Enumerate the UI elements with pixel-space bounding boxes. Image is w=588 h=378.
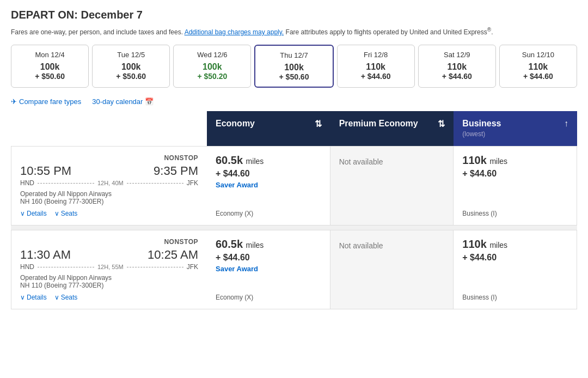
arrive-time: 10:25 AM — [148, 248, 198, 262]
date-cost: + $50.20 — [178, 72, 246, 81]
economy-miles: 60.5k miles — [216, 238, 321, 251]
date-cost: + $44.60 — [423, 72, 491, 81]
duration: 12H, 55M — [97, 264, 124, 270]
destination: JFK — [187, 263, 198, 271]
flight-route: HND 12H, 55M JFK — [20, 263, 198, 271]
nonstop-badge: NONSTOP — [20, 238, 198, 246]
not-available-text: Not available — [339, 157, 383, 166]
economy-miles: 60.5k miles — [216, 154, 321, 167]
depart-date: December 7 — [81, 9, 143, 21]
date-card-4[interactable]: Fri 12/8 110k + $44.60 — [337, 45, 415, 88]
business-fare-cell-1[interactable]: 110k miles + $44.60 Business (I) — [454, 230, 577, 309]
date-card-2[interactable]: Wed 12/6 100k + $50.20 — [173, 45, 251, 88]
date-label: Sat 12/9 — [423, 51, 491, 59]
date-card-6[interactable]: Sun 12/10 110k + $44.60 — [499, 45, 577, 88]
date-label: Sun 12/10 — [504, 51, 572, 59]
bag-charges-link[interactable]: Additional bag charges may apply. — [185, 28, 284, 36]
route-line — [127, 183, 183, 184]
details-link[interactable]: ∨ Details — [20, 294, 47, 301]
flight-links: ∨ Details ∨ Seats — [20, 294, 198, 301]
col-header-business: Business(lowest)↑ — [454, 111, 577, 146]
col-header-economy: Economy⇅ — [207, 111, 330, 146]
flight-route: HND 12H, 40M JFK — [20, 179, 198, 187]
operated-by: Operated by All Nippon Airways — [20, 190, 198, 198]
seats-link[interactable]: ∨ Seats — [54, 294, 78, 301]
date-miles: 100k — [178, 62, 246, 72]
controls-row: ✈ Compare fare types 30-day calendar 📅 — [11, 97, 577, 106]
route-line — [127, 267, 183, 267]
flight-number: NH 110 (Boeing 777-300ER) — [20, 282, 198, 289]
economy-fare-cell-0[interactable]: 60.5k miles + $44.60 Saver Award Economy… — [207, 146, 330, 225]
results-grid: Economy⇅Premium Economy⇅Business(lowest)… — [11, 111, 577, 309]
flight-number: NH 160 (Boeing 777-300ER) — [20, 198, 198, 205]
destination: JFK — [187, 179, 198, 187]
col-header-premium-economy: Premium Economy⇅ — [330, 111, 454, 146]
date-card-5[interactable]: Sat 12/9 110k + $44.60 — [418, 45, 496, 88]
date-card-1[interactable]: Tue 12/5 100k + $50.60 — [92, 45, 170, 88]
seats-link[interactable]: ∨ Seats — [54, 210, 78, 217]
row-separator — [11, 225, 577, 230]
compare-fare-types-link[interactable]: ✈ Compare fare types — [11, 97, 81, 106]
business-cost: + $44.60 — [462, 253, 568, 263]
nonstop-badge: NONSTOP — [20, 154, 198, 162]
business-sort[interactable]: ↑ — [564, 119, 568, 129]
depart-time: 11:30 AM — [20, 248, 71, 262]
premium-economy-fare-cell-1: Not available — [330, 230, 454, 309]
business-cost: + $44.60 — [462, 169, 568, 179]
calendar-icon: 📅 — [145, 97, 154, 106]
duration: 12H, 40M — [97, 180, 124, 186]
not-available-text: Not available — [339, 241, 383, 250]
economy-cost: + $44.60 — [216, 169, 321, 179]
calendar-link[interactable]: 30-day calendar 📅 — [92, 97, 154, 106]
chevron-down-icon: ∨ — [54, 210, 59, 217]
date-cost: + $50.60 — [97, 72, 165, 81]
origin: HND — [20, 263, 34, 271]
date-card-3[interactable]: Thu 12/7 100k + $50.60 — [254, 45, 333, 88]
date-cost: + $44.60 — [504, 72, 572, 81]
date-card-0[interactable]: Mon 12/4 100k + $50.60 — [11, 45, 89, 88]
route-line — [38, 267, 94, 267]
details-link[interactable]: ∨ Details — [20, 210, 47, 217]
fare-notice-text: Fares are one-way, per person, and inclu… — [11, 28, 183, 36]
economy-fare-cell-1[interactable]: 60.5k miles + $44.60 Saver Award Economy… — [207, 230, 330, 309]
economy-fare-class: Economy (X) — [216, 205, 321, 217]
date-label: Fri 12/8 — [342, 51, 410, 59]
compare-icon: ✈ — [11, 97, 17, 106]
business-miles: 110k miles — [462, 154, 568, 167]
business-fare-class: Business (I) — [462, 289, 568, 301]
premium-economy-label: Premium Economy — [339, 119, 418, 129]
saver-award: Saver Award — [216, 265, 321, 273]
business-fare-class: Business (I) — [462, 205, 568, 217]
business-fare-cell-0[interactable]: 110k miles + $44.60 Business (I) — [454, 146, 577, 225]
chevron-down-icon: ∨ — [20, 210, 25, 217]
date-miles: 110k — [423, 62, 491, 72]
flight-links: ∨ Details ∨ Seats — [20, 210, 198, 217]
flight-info-1: NONSTOP 11:30 AM 10:25 AM HND 12H, 55M J… — [11, 230, 207, 309]
business-label: Business — [462, 119, 501, 128]
economy-cost: + $44.60 — [216, 253, 321, 263]
date-miles: 110k — [342, 62, 410, 72]
date-miles: 100k — [260, 63, 328, 72]
business-sub: (lowest) — [462, 130, 485, 138]
economy-label: Economy — [216, 119, 255, 129]
date-selector: Mon 12/4 100k + $50.60 Tue 12/5 100k + $… — [11, 45, 577, 88]
arrive-time: 9:35 PM — [154, 164, 198, 178]
route-line — [38, 183, 94, 184]
origin: HND — [20, 179, 34, 187]
date-cost: + $44.60 — [342, 72, 410, 81]
date-cost: + $50.60 — [16, 72, 84, 81]
flight-info-0: NONSTOP 10:55 PM 9:35 PM HND 12H, 40M JF… — [11, 146, 207, 225]
date-cost: + $50.60 — [260, 72, 328, 81]
depart-prefix: DEPART ON: — [11, 9, 78, 21]
date-label: Wed 12/6 — [178, 51, 246, 59]
flight-times: 11:30 AM 10:25 AM — [20, 248, 198, 262]
premium-economy-sort[interactable]: ⇅ — [438, 119, 445, 129]
business-miles: 110k miles — [462, 238, 568, 251]
date-miles: 100k — [16, 62, 84, 72]
fare-notice-suffix: Fare attributes apply to flights operate… — [286, 28, 493, 36]
premium-economy-fare-cell-0: Not available — [330, 146, 454, 225]
date-label: Mon 12/4 — [16, 51, 84, 59]
date-miles: 100k — [97, 62, 165, 72]
saver-award: Saver Award — [216, 181, 321, 189]
economy-sort[interactable]: ⇅ — [315, 119, 322, 129]
